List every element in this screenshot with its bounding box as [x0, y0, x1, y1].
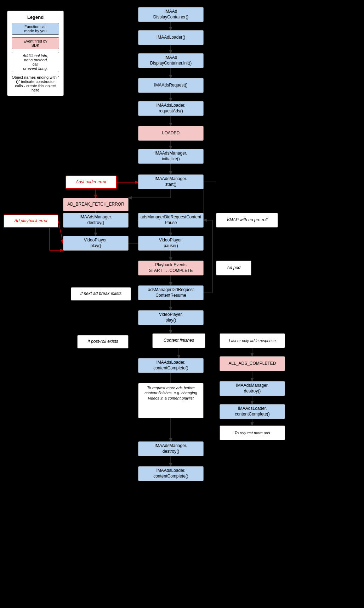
box-if-post-roll: If post-roll exists [77, 335, 129, 348]
box-video-player-play2: VideoPlayer.play() [138, 310, 204, 325]
box-content-finishes: Content finishes [152, 333, 205, 348]
box-ads-loader-error: AdsLoader error [66, 175, 117, 189]
box-ima-ads-manager-destroy1: IMAAdsManager.destroy() [63, 213, 129, 228]
legend-function-call: Function callmade by you [12, 23, 59, 35]
box-ads-manager-did-request-content-pause: adsManagerDidRequestContentPause [138, 213, 204, 228]
legend-note: Object names ending with "()" indicate c… [12, 75, 59, 92]
box-to-request-more-ads: To request more ads before content finis… [138, 383, 204, 418]
box-ima-ads-manager-start: IMAAdsManager.start() [138, 174, 204, 189]
box-ad-break-fetch-error: AD_BREAK_FETCH_ERROR [63, 198, 129, 211]
box-last-or-only-ad: Last or only ad in response [220, 333, 285, 348]
box-ima-ads-loader-request-ads: IMAAdsLoader.requestAds() [138, 101, 204, 116]
box-ad-pod: Ad pod [216, 261, 251, 275]
box-ima-ads-manager-initialize: IMAAdsManager.initialize() [138, 149, 204, 164]
box-ima-ads-manager-destroy2: IMAAdsManager.destroy() [220, 381, 285, 396]
box-all-ads-completed: ALL_ADS_COMPLETED [220, 356, 285, 371]
box-video-player-play1: VideoPlayer.play() [63, 236, 129, 251]
legend-title: Legend [12, 15, 59, 20]
box-ima-ads-loader-content-complete3: IMAAdsLoader.contentComplete() [138, 466, 204, 481]
box-imaad-display-container: IMAAdDisplayContainer() [138, 7, 204, 22]
box-loaded: LOADED [138, 126, 204, 141]
box-video-player-pause: VideoPlayer.pause() [138, 236, 204, 251]
box-ima-ads-loader-content-complete2: IMAAdsLoader.contentComplete() [220, 404, 285, 419]
box-ad-playback-error: Ad playback error [4, 214, 58, 228]
diagram-container: Legend Function callmade by you Event fi… [0, 0, 364, 608]
legend-additional-info: Additional info,not a methodcallor event… [12, 52, 59, 72]
box-ima-ads-manager-destroy3: IMAAdsManager.destroy() [138, 441, 204, 456]
legend: Legend Function callmade by you Event fi… [7, 11, 64, 96]
box-ima-ads-loader-content-complete1: IMAAdsLoader.contentComplete() [138, 358, 204, 373]
svg-line-15 [58, 221, 63, 243]
box-to-request-more-ads2: To request more ads [220, 425, 285, 440]
box-ads-manager-did-request-content-resume: adsManagerDidRequestContentResume [138, 285, 204, 300]
box-ima-ads-request: IMAAdsRequest() [138, 78, 204, 93]
box-if-next-ad-break: If next ad break exists [71, 287, 131, 301]
box-ima-ad-display-container-init: IMAAdDisplayContainer.init() [138, 53, 204, 68]
box-playback-events: Playback EventsSTART . . .COMPLETE [138, 261, 204, 275]
box-vmap-no-pre-roll: VMAP with no pre-roll [216, 213, 278, 228]
box-ima-ads-loader: IMAAdLoader() [138, 30, 204, 45]
legend-event-fired: Event fired bySDK [12, 37, 59, 49]
